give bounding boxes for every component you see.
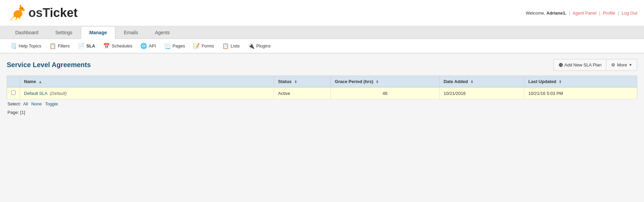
subnav-pages[interactable]: 📃 Pages (161, 41, 188, 51)
row-checkbox[interactable] (11, 90, 16, 95)
header: osTicket Welcome, Adriane1. | Agent Pane… (0, 0, 644, 26)
main-nav: Dashboard Settings Manage Emails Agents (0, 26, 644, 39)
subnav-plugins[interactable]: 🔌 Plugins (245, 41, 274, 51)
table-header-row: Name ▲ Status ⇕ Grace Period (hrs) ⇕ Dat… (7, 76, 637, 87)
select-row: Select: All None Toggle (7, 99, 637, 108)
nav-agents[interactable]: Agents (146, 26, 178, 39)
subnav-forms[interactable]: 📝 Forms (190, 41, 217, 51)
sep2: | (599, 11, 600, 16)
welcome-text: Welcome, (526, 11, 546, 16)
more-button[interactable]: ⚙ More ▼ (606, 59, 637, 71)
sla-table: Name ▲ Status ⇕ Grace Period (hrs) ⇕ Dat… (7, 76, 637, 99)
sep3: | (618, 11, 619, 16)
nav-emails[interactable]: Emails (115, 26, 146, 39)
plugins-icon: 🔌 (248, 43, 255, 49)
row-status-cell: Active (274, 87, 331, 99)
col-name[interactable]: Name ▲ (20, 76, 274, 87)
sort-status-icon: ⇕ (294, 80, 297, 84)
sub-nav: 🗒️ Help Topics 📋 Filters 📄 SLA 📅 Schedul… (0, 39, 644, 54)
select-none-link[interactable]: None (31, 101, 42, 106)
content-header: Service Level Agreements ⊕ Add New SLA P… (7, 59, 637, 71)
nav-manage[interactable]: Manage (81, 26, 115, 39)
gear-icon: ⚙ (611, 62, 615, 67)
content-area: Service Level Agreements ⊕ Add New SLA P… (0, 54, 644, 122)
logo-text: osTicket (28, 7, 77, 19)
logo-area: osTicket (7, 3, 77, 23)
lists-icon: 📋 (222, 43, 229, 49)
col-grace[interactable]: Grace Period (hrs) ⇕ (331, 76, 440, 87)
select-all-link[interactable]: All (23, 101, 28, 106)
sort-name-icon: ▲ (39, 80, 42, 84)
subnav-lists[interactable]: 📋 Lists (219, 41, 243, 51)
schedules-icon: 📅 (103, 43, 110, 49)
agent-panel-link[interactable]: Agent Panel (573, 11, 597, 16)
sort-grace-icon: ⇕ (376, 80, 378, 84)
table-row: Default SLA (Default) Active 48 10/21/20… (7, 87, 637, 99)
nav-settings[interactable]: Settings (47, 26, 81, 39)
default-label: (Default) (50, 91, 67, 96)
col-last-updated[interactable]: Last Updated ⇕ (524, 76, 637, 87)
col-date-added[interactable]: Date Added ⇕ (439, 76, 524, 87)
add-sla-plan-button[interactable]: ⊕ Add New SLA Plan (553, 59, 606, 71)
col-status[interactable]: Status ⇕ (274, 76, 331, 87)
user-info: Welcome, Adriane1. | Agent Panel | Profi… (526, 11, 637, 16)
plus-icon: ⊕ (558, 62, 563, 68)
page-title: Service Level Agreements (7, 61, 91, 69)
sort-updated-icon: ⇕ (559, 80, 561, 84)
username: Adriane1. (547, 11, 567, 16)
row-date-cell: 10/21/2016 (439, 87, 524, 99)
api-icon: 🌐 (140, 43, 147, 49)
select-toggle-link[interactable]: Toggle (45, 101, 58, 106)
sla-icon: 📄 (78, 43, 85, 49)
page-row: Page: [1] (7, 108, 637, 116)
subnav-sla[interactable]: 📄 SLA (74, 41, 98, 51)
logout-link[interactable]: Log Out (622, 11, 637, 16)
subnav-filters[interactable]: 📋 Filters (46, 41, 73, 51)
help-topics-icon: 🗒️ (10, 43, 17, 49)
subnav-help-topics[interactable]: 🗒️ Help Topics (7, 41, 45, 51)
row-grace-cell: 48 (331, 87, 440, 99)
svg-point-4 (22, 8, 22, 8)
subnav-schedules[interactable]: 📅 Schedules (100, 41, 136, 51)
forms-icon: 📝 (193, 43, 200, 49)
sort-date-icon: ⇕ (470, 80, 473, 84)
row-updated-cell: 10/21/16 5:03 PM (524, 87, 637, 99)
filters-icon: 📋 (49, 43, 56, 49)
sep1: | (569, 11, 570, 16)
row-checkbox-cell (7, 87, 20, 99)
action-buttons: ⊕ Add New SLA Plan ⚙ More ▼ (553, 59, 637, 71)
subnav-api[interactable]: 🌐 API (137, 41, 159, 51)
row-name-cell: Default SLA (Default) (20, 87, 274, 99)
kangaroo-logo-icon (7, 3, 27, 23)
pages-icon: 📃 (164, 43, 171, 49)
checkbox-header (7, 76, 20, 87)
sla-name-link[interactable]: Default SLA (24, 91, 47, 96)
chevron-down-icon: ▼ (629, 63, 632, 67)
nav-dashboard[interactable]: Dashboard (7, 26, 47, 39)
profile-link[interactable]: Profile (603, 11, 615, 16)
